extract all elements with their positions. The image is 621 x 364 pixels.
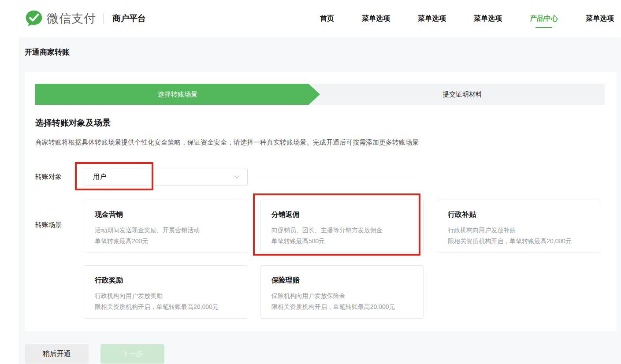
nav-item-label: 菜单选项 (418, 14, 446, 23)
main-nav: 首页 菜单选项 菜单选项 菜单选项 产品中心 菜单选项 (320, 0, 614, 37)
card-title: 分销返佣 (271, 210, 413, 219)
card-description: 保险机构向用户发放保险金 (271, 290, 413, 301)
brand-name: 微信支付 (47, 11, 96, 26)
scene-card-distribution-commission[interactable]: 分销返佣 向促销员、团长、主播等分销方发放佣金 单笔转账最高500元 (260, 200, 424, 253)
card-title: 行政奖励 (95, 276, 236, 285)
transfer-target-label: 转账对象 (35, 173, 84, 181)
page-title: 开通商家转账 (25, 47, 70, 57)
card-description: 活动期间发送现金奖励、开展营销活动 (95, 225, 236, 236)
card-title: 行政补贴 (448, 210, 589, 219)
step-label: 提交证明材料 (443, 90, 482, 99)
card-limit: 限相关资质机构开启，单笔转账最高20,000元 (271, 301, 413, 312)
card-limit: 单笔转账最高500元 (271, 236, 413, 247)
card-limit: 单笔转账最高200元 (95, 236, 236, 247)
nav-item-label: 产品中心 (530, 14, 558, 23)
chevron-down-icon (234, 174, 240, 180)
nav-item-menu-2[interactable]: 菜单选项 (418, 0, 446, 37)
nav-item-label: 菜单选项 (586, 14, 614, 23)
next-step-button[interactable]: 下一步 (100, 344, 164, 364)
card-limit: 限相关资质机构开启，单笔转账最高20,000元 (448, 236, 589, 247)
section-description: 商家转账将根据具体转账场景提供个性化安全策略，保证资金安全，请选择一种真实转账场… (35, 138, 419, 147)
top-navigation-bar: 微信支付 商户平台 首页 菜单选项 菜单选项 菜单选项 产品中心 菜单选项 (0, 0, 621, 37)
card-title: 现金营销 (95, 210, 236, 219)
main-panel: 选择转账场景 提交证明材料 选择转账对象及场景 商家转账将根据具体转账场景提供个… (25, 72, 617, 331)
transfer-scene-row: 转账场景 现金营销 活动期间发送现金奖励、开展营销活动 单笔转账最高200元 分… (35, 200, 600, 319)
progress-steps: 选择转账场景 提交证明材料 (35, 84, 605, 105)
section-title: 选择转账对象及场景 (35, 117, 111, 129)
scene-card-government-subsidy[interactable]: 行政补贴 行政机构向用户发放补贴 限相关资质机构开启，单笔转账最高20,000元 (437, 200, 600, 253)
selected-value: 用户 (93, 173, 234, 181)
transfer-scene-label: 转账场景 (35, 200, 84, 319)
card-description: 向促销员、团长、主播等分销方发放佣金 (271, 225, 413, 236)
wechat-pay-logo-icon (25, 9, 43, 28)
open-later-button[interactable]: 稍后开通 (25, 344, 89, 364)
transfer-target-select[interactable]: 用户 (84, 168, 248, 186)
card-limit: 限相关资质机构开启，单笔转账最高20,000元 (95, 301, 236, 312)
nav-item-menu-4[interactable]: 菜单选项 (586, 0, 614, 37)
logo-divider (103, 13, 104, 24)
nav-item-label: 菜单选项 (362, 14, 390, 23)
card-description: 行政机构向用户发放奖励 (95, 290, 236, 301)
scene-card-grid: 现金营销 活动期间发送现金奖励、开展营销活动 单笔转账最高200元 分销返佣 向… (84, 200, 600, 319)
nav-item-menu-1[interactable]: 菜单选项 (362, 0, 390, 37)
active-nav-underline (535, 27, 552, 28)
nav-item-home[interactable]: 首页 (320, 0, 334, 37)
nav-item-label: 菜单选项 (474, 14, 502, 23)
nav-item-product-center[interactable]: 产品中心 (530, 0, 558, 37)
nav-item-label: 首页 (320, 14, 334, 23)
transfer-target-row: 转账对象 用户 (35, 168, 248, 186)
step-choose-scene: 选择转账场景 (35, 84, 320, 105)
step-submit-materials: 提交证明材料 (309, 84, 605, 105)
scene-card-cash-marketing[interactable]: 现金营销 活动期间发送现金奖励、开展营销活动 单笔转账最高200元 (84, 200, 247, 253)
nav-item-menu-3[interactable]: 菜单选项 (474, 0, 502, 37)
card-description: 行政机构向用户发放补贴 (448, 225, 589, 236)
card-title: 保险理赔 (271, 276, 413, 285)
scene-card-government-reward[interactable]: 行政奖励 行政机构向用户发放奖励 限相关资质机构开启，单笔转账最高20,000元 (84, 265, 247, 319)
scene-card-insurance-claim[interactable]: 保险理赔 保险机构向用户发放保险金 限相关资质机构开启，单笔转账最高20,000… (260, 265, 424, 319)
step-label: 选择转账场景 (158, 90, 197, 99)
sub-brand-name: 商户平台 (112, 13, 146, 24)
wechat-pay-logo[interactable]: 微信支付 商户平台 (25, 0, 146, 37)
